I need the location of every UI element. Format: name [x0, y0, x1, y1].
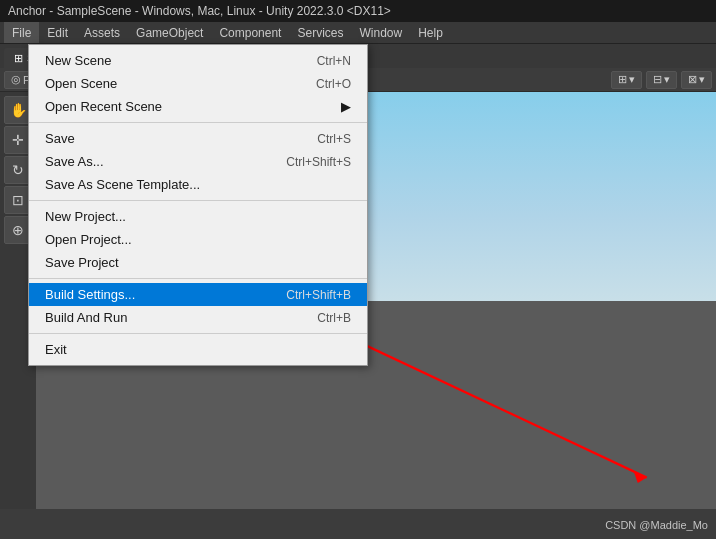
grid-dropdown-icon: ▾: [629, 73, 635, 86]
menu-exit[interactable]: Exit: [29, 338, 367, 361]
menu-save-as-template[interactable]: Save As Scene Template...: [29, 173, 367, 196]
view-icon: ⊠: [688, 73, 697, 86]
separator-1: [29, 122, 367, 123]
view-dropdown-icon: ▾: [699, 73, 705, 86]
menu-gameobject[interactable]: GameObject: [128, 22, 211, 43]
pivot-icon: ◎: [11, 73, 21, 86]
scene-icon: ⊞: [14, 52, 23, 65]
menu-new-project[interactable]: New Project...: [29, 205, 367, 228]
menu-open-recent-scene[interactable]: Open Recent Scene ▶: [29, 95, 367, 118]
menu-open-project[interactable]: Open Project...: [29, 228, 367, 251]
separator-3: [29, 278, 367, 279]
watermark: CSDN @Maddie_Mo: [605, 519, 708, 531]
gizmos-icon: ⊟: [653, 73, 662, 86]
menu-bar: File Edit Assets GameObject Component Se…: [0, 22, 716, 44]
menu-component[interactable]: Component: [211, 22, 289, 43]
title-text: Anchor - SampleScene - Windows, Mac, Lin…: [8, 4, 391, 18]
menu-assets[interactable]: Assets: [76, 22, 128, 43]
title-bar: Anchor - SampleScene - Windows, Mac, Lin…: [0, 0, 716, 22]
menu-save-project[interactable]: Save Project: [29, 251, 367, 274]
file-dropdown-menu: New Scene Ctrl+N Open Scene Ctrl+O Open …: [28, 44, 368, 366]
gizmos-dropdown-icon: ▾: [664, 73, 670, 86]
separator-4: [29, 333, 367, 334]
menu-build-run[interactable]: Build And Run Ctrl+B: [29, 306, 367, 329]
grid-toggle-button[interactable]: ⊞ ▾: [611, 71, 642, 89]
menu-save-as[interactable]: Save As... Ctrl+Shift+S: [29, 150, 367, 173]
gizmos-button[interactable]: ⊟ ▾: [646, 71, 677, 89]
menu-window[interactable]: Window: [351, 22, 410, 43]
menu-edit[interactable]: Edit: [39, 22, 76, 43]
menu-help[interactable]: Help: [410, 22, 451, 43]
menu-file[interactable]: File: [4, 22, 39, 43]
menu-new-scene[interactable]: New Scene Ctrl+N: [29, 49, 367, 72]
grid-icon: ⊞: [618, 73, 627, 86]
menu-services[interactable]: Services: [289, 22, 351, 43]
separator-2: [29, 200, 367, 201]
view-options-button[interactable]: ⊠ ▾: [681, 71, 712, 89]
menu-open-scene[interactable]: Open Scene Ctrl+O: [29, 72, 367, 95]
menu-build-settings[interactable]: Build Settings... Ctrl+Shift+B: [29, 283, 367, 306]
menu-save[interactable]: Save Ctrl+S: [29, 127, 367, 150]
